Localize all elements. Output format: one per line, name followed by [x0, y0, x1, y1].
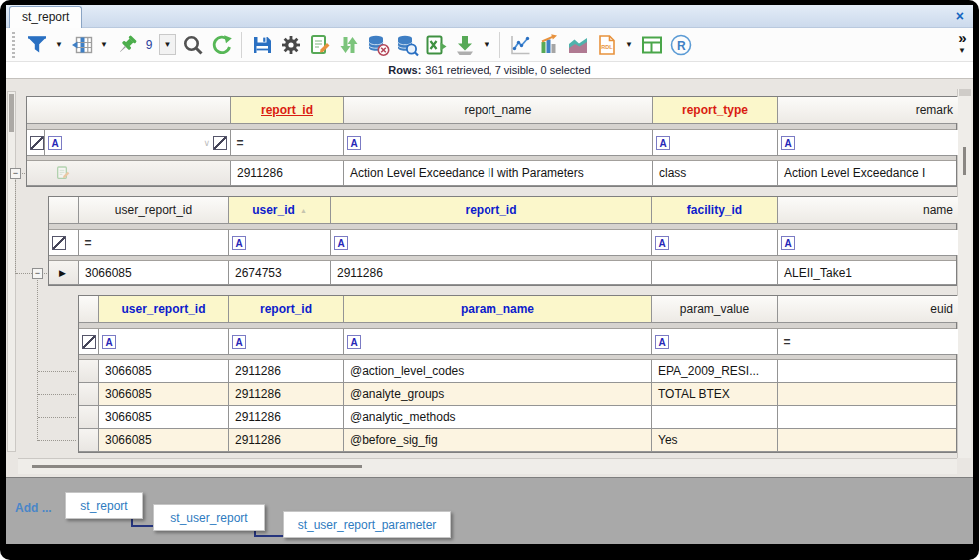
- settings-gear-button[interactable]: [277, 31, 304, 58]
- cell-user-report-id[interactable]: 3066085: [99, 429, 229, 451]
- filter-cell-remark[interactable]: A: [778, 130, 958, 155]
- filter-input[interactable]: [97, 230, 225, 255]
- filter-input[interactable]: [364, 130, 649, 155]
- db-find-button[interactable]: [393, 31, 420, 58]
- toolbar-overflow-button[interactable]: » ▼: [958, 31, 966, 57]
- row-header-cell[interactable]: [79, 360, 99, 382]
- filter-input[interactable]: [364, 329, 648, 354]
- numeric-filter-icon[interactable]: =: [82, 236, 94, 250]
- add-table-link[interactable]: Add ...: [15, 501, 52, 515]
- cell-user-report-id[interactable]: 3066085: [99, 360, 229, 382]
- table-row[interactable]: 2911286 Action Level Exceedance II with …: [27, 161, 956, 186]
- filter-cell-report-type[interactable]: A: [653, 130, 778, 155]
- area-chart-button[interactable]: [564, 31, 591, 58]
- column-header-report-id[interactable]: report_id: [229, 296, 344, 322]
- cell-report-id[interactable]: 2911286: [229, 383, 344, 405]
- horizontal-scrollbar[interactable]: [18, 458, 957, 474]
- cell-param-name[interactable]: @analyte_groups: [344, 383, 652, 405]
- search-button[interactable]: [179, 31, 206, 58]
- filter-cell-euid[interactable]: =: [778, 329, 958, 354]
- cell-euid[interactable]: [778, 360, 958, 382]
- cell-report-name[interactable]: Action Level Exceedance II with Paramete…: [344, 161, 653, 185]
- sort-updown-button[interactable]: [335, 31, 362, 58]
- table-node-st-user-report[interactable]: st_user_report: [153, 504, 265, 531]
- download-dropdown-caret[interactable]: ▼: [480, 31, 493, 58]
- freeze-columns-button[interactable]: [68, 31, 95, 58]
- filter-input[interactable]: [249, 130, 340, 155]
- text-filter-icon[interactable]: A: [334, 236, 348, 250]
- cell-param-name[interactable]: @analytic_methods: [344, 406, 652, 428]
- column-header-param-value[interactable]: param_value: [652, 296, 778, 322]
- toolbar-grip[interactable]: [11, 32, 16, 58]
- bar-chart-button[interactable]: [535, 31, 562, 58]
- row-header-cell[interactable]: [79, 406, 99, 428]
- filter-input[interactable]: [119, 329, 225, 354]
- rdl-dropdown-caret[interactable]: ▼: [622, 31, 636, 58]
- text-filter-icon[interactable]: A: [655, 236, 669, 250]
- scrollbar-top-nub[interactable]: [959, 89, 971, 96]
- filter-dropdown-caret[interactable]: ▼: [52, 31, 66, 58]
- cell-report-id[interactable]: 2911286: [229, 360, 344, 382]
- filter-cell-name[interactable]: A: [778, 230, 958, 255]
- row-header-cell[interactable]: [27, 161, 231, 185]
- text-filter-icon[interactable]: A: [655, 335, 669, 349]
- cell-name[interactable]: ALEII_Take1: [778, 261, 958, 284]
- cell-param-name[interactable]: @action_level_codes: [344, 360, 652, 382]
- clear-filter-icon[interactable]: [30, 136, 44, 150]
- table-layout-button[interactable]: [638, 31, 665, 58]
- table-row[interactable]: ▶ 3066085 2674753 2911286 ALEII_Take1: [49, 261, 956, 285]
- cell-report-id[interactable]: 2911286: [229, 406, 344, 428]
- cell-param-value[interactable]: Yes: [652, 429, 778, 451]
- filter-input[interactable]: [672, 329, 774, 354]
- row-header-cell[interactable]: [79, 383, 99, 405]
- filter-input[interactable]: [672, 230, 774, 255]
- text-filter-icon[interactable]: A: [781, 136, 795, 150]
- filter-cell-facility-id[interactable]: A: [652, 230, 778, 255]
- table-row[interactable]: 3066085 2911286 @before_sig_fig Yes: [79, 429, 956, 452]
- column-header-user-report-id[interactable]: user_report_id: [99, 296, 229, 322]
- row-header-cell[interactable]: [79, 429, 99, 451]
- cell-report-id[interactable]: 2911286: [231, 161, 344, 185]
- table-node-st-user-report-parameter[interactable]: st_user_report_parameter: [283, 511, 451, 538]
- left-scrollbar-thumb[interactable]: [9, 94, 14, 132]
- filter-cell-report-id[interactable]: A: [229, 329, 344, 354]
- column-header-name[interactable]: name: [778, 197, 958, 223]
- filter-input[interactable]: [351, 230, 648, 255]
- db-delete-button[interactable]: [364, 31, 391, 58]
- column-header-user-id[interactable]: user_id▲: [229, 197, 331, 223]
- pin-button[interactable]: [113, 31, 140, 58]
- chevron-down-icon[interactable]: ∨: [203, 138, 210, 148]
- filter-button[interactable]: [23, 31, 50, 58]
- rdl-report-button[interactable]: RDL: [593, 31, 620, 58]
- filter-input[interactable]: [796, 329, 955, 354]
- filter-cell-report-id[interactable]: A: [331, 230, 652, 255]
- cell-param-value[interactable]: EPA_2009_RESI...: [652, 360, 778, 382]
- column-header-report-type[interactable]: report_type: [653, 97, 778, 123]
- cell-param-value[interactable]: TOTAL BTEX: [652, 383, 778, 405]
- filter-cell-user-id[interactable]: A: [229, 230, 331, 255]
- horizontal-scrollbar-thumb[interactable]: [32, 465, 362, 468]
- filter-input[interactable]: [249, 329, 340, 354]
- filter-cell-report-id[interactable]: =: [231, 130, 344, 155]
- cell-user-id[interactable]: 2674753: [229, 261, 331, 284]
- row-header-cell[interactable]: ▶: [49, 261, 79, 284]
- text-filter-icon[interactable]: A: [781, 236, 795, 250]
- edit-form-button[interactable]: [306, 31, 333, 58]
- text-filter-icon[interactable]: A: [102, 335, 116, 349]
- filter-cell-param-value[interactable]: A: [652, 329, 778, 354]
- table-row[interactable]: 3066085 2911286 @action_level_codes EPA_…: [79, 360, 956, 383]
- cell-euid[interactable]: [778, 383, 958, 405]
- cell-facility-id[interactable]: [652, 261, 778, 284]
- cell-euid[interactable]: [778, 406, 958, 428]
- column-header-euid[interactable]: euid: [778, 296, 958, 322]
- table-node-st-report[interactable]: st_report: [65, 492, 143, 519]
- vertical-scrollbar-thumb[interactable]: [963, 147, 966, 175]
- excel-export-button[interactable]: [422, 31, 449, 58]
- cell-param-name[interactable]: @before_sig_fig: [344, 429, 652, 451]
- cell-param-value[interactable]: [652, 406, 778, 428]
- vertical-scrollbar[interactable]: [957, 89, 971, 458]
- collapse-toggle-st-user-report[interactable]: −: [32, 268, 43, 279]
- column-header-report-name[interactable]: report_name: [344, 97, 653, 123]
- text-filter-icon[interactable]: A: [656, 136, 670, 150]
- pin-count-dropdown[interactable]: ▼: [159, 34, 176, 55]
